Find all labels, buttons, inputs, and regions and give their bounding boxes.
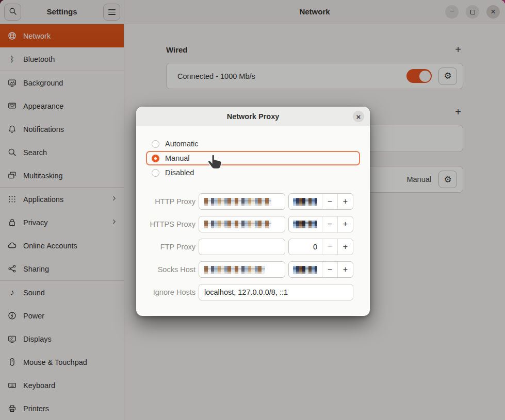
redacted-value: [204, 198, 271, 206]
proxy-mode-automatic[interactable]: Automatic: [146, 137, 360, 151]
network-proxy-dialog: Network Proxy × Automatic Manual Disable…: [136, 107, 370, 316]
socks-port-value[interactable]: [289, 262, 322, 277]
radio-checked-icon[interactable]: [152, 155, 159, 162]
radio-unchecked-icon[interactable]: [152, 140, 159, 148]
https-port-value[interactable]: [289, 216, 322, 232]
proxy-fields: HTTP Proxy − + HTTPS Proxy − + FTP Proxy: [146, 193, 360, 300]
dialog-close-button[interactable]: ×: [353, 111, 364, 122]
redacted-value: [204, 266, 265, 274]
hand-pointer-cursor: [207, 154, 223, 174]
socks-host-label: Socks Host: [146, 265, 196, 274]
mode-label: Disabled: [165, 169, 194, 177]
dialog-title: Network Proxy: [227, 112, 280, 121]
dialog-header: Network Proxy ×: [136, 107, 370, 126]
https-proxy-input[interactable]: [199, 216, 285, 232]
socks-host-input[interactable]: [199, 261, 285, 278]
http-proxy-input[interactable]: [199, 193, 285, 210]
increment-button[interactable]: +: [337, 194, 353, 209]
ftp-port-spinbutton[interactable]: 0 − +: [288, 239, 353, 255]
redacted-value: [204, 221, 271, 228]
ignore-hosts-input[interactable]: localhost, 127.0.0.0/8, ::1: [199, 284, 353, 300]
mode-label: Manual: [165, 154, 190, 162]
http-port-value[interactable]: [289, 194, 322, 209]
decrement-button[interactable]: −: [322, 216, 337, 232]
http-port-spinbutton[interactable]: − +: [288, 193, 353, 210]
decrement-button[interactable]: −: [322, 239, 337, 255]
increment-button[interactable]: +: [337, 262, 353, 277]
ignore-hosts-value: localhost, 127.0.0.0/8, ::1: [204, 288, 288, 296]
https-port-spinbutton[interactable]: − +: [288, 216, 353, 232]
mode-label: Automatic: [165, 140, 198, 148]
decrement-button[interactable]: −: [322, 262, 337, 277]
http-proxy-label: HTTP Proxy: [146, 197, 196, 206]
increment-button[interactable]: +: [337, 239, 353, 255]
ftp-proxy-label: FTP Proxy: [146, 243, 196, 251]
decrement-button[interactable]: −: [322, 194, 337, 209]
redacted-value: [293, 221, 317, 228]
ftp-proxy-input[interactable]: [199, 239, 285, 255]
socks-port-spinbutton[interactable]: − +: [288, 261, 353, 278]
dialog-body: Automatic Manual Disabled HTTP Proxy − +…: [136, 126, 370, 300]
increment-button[interactable]: +: [337, 216, 353, 232]
close-icon: ×: [356, 112, 361, 121]
https-proxy-label: HTTPS Proxy: [146, 220, 196, 228]
proxy-mode-manual[interactable]: Manual: [146, 151, 360, 165]
redacted-value: [293, 198, 317, 206]
ftp-port-value[interactable]: 0: [289, 239, 322, 255]
radio-unchecked-icon[interactable]: [152, 169, 159, 177]
redacted-value: [293, 266, 317, 274]
ignore-hosts-label: Ignore Hosts: [146, 288, 196, 296]
proxy-mode-disabled[interactable]: Disabled: [146, 165, 360, 180]
settings-window: Settings Network − × Network ᛒ Bluetooth…: [0, 0, 505, 420]
